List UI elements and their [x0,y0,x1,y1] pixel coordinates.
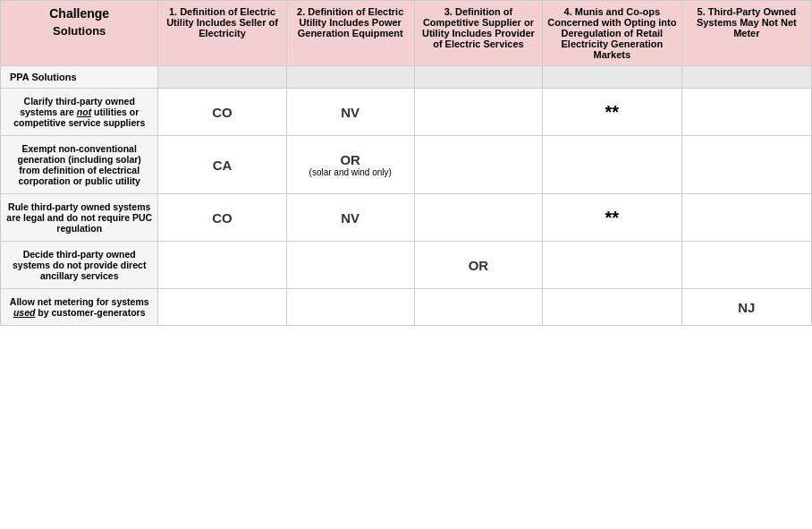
row4-col3: OR [414,242,542,289]
row4-col1 [158,242,286,289]
col2-header: 2. Definition of Electric Utility Includ… [286,1,414,66]
solutions-label: Solutions [4,24,154,38]
ppa-section-label: PPA Solutions [1,66,158,89]
row5-col4 [543,289,682,326]
solution-label-4: Decide third-party owned systems do not … [1,242,158,289]
ppa-col3-empty [414,66,542,89]
solution-label-5: Allow net metering for systems used by c… [1,289,158,326]
row3-col2: NV [286,194,414,242]
col4-header: 4. Munis and Co-ops Concerned with Optin… [543,1,682,66]
col3-header: 3. Definition of Competitive Supplier or… [414,1,542,66]
table-row: Exempt non-conventional generation (incl… [1,136,812,194]
row2-col1: CA [158,136,286,194]
row4-col5 [681,242,811,289]
row3-col3 [414,194,542,242]
col1-header: 1. Definition of Electric Utility Includ… [158,1,286,66]
col5-header: 5. Third-Party Owned Systems May Not Net… [681,1,811,66]
table-row: Decide third-party owned systems do not … [1,242,812,289]
ppa-col2-empty [286,66,414,89]
ppa-col1-empty [158,66,286,89]
ppa-col4-empty [543,66,682,89]
row1-col3 [414,89,542,136]
solution-label-2: Exempt non-conventional generation (incl… [1,136,158,194]
row1-col2: NV [286,89,414,136]
row3-col5 [681,194,811,242]
row4-col2 [286,242,414,289]
row1-col1: CO [158,89,286,136]
solution-label-1: Clarify third-party owned systems are no… [1,89,158,136]
table-row: Allow net metering for systems used by c… [1,289,812,326]
row2-col5 [681,136,811,194]
ppa-section-row: PPA Solutions [1,66,812,89]
challenge-label: Challenge [4,6,154,21]
row3-col1: CO [158,194,286,242]
row5-col1 [158,289,286,326]
row3-col4: ** [543,194,682,242]
row1-col5 [681,89,811,136]
row2-col3 [414,136,542,194]
row5-col2 [286,289,414,326]
row2-col4 [543,136,682,194]
row5-col5: NJ [681,289,811,326]
row1-col4: ** [543,89,682,136]
row5-col3 [414,289,542,326]
ppa-col5-empty [681,66,811,89]
table-row: Clarify third-party owned systems are no… [1,89,812,136]
table-row: Rule third-party owned systems are legal… [1,194,812,242]
row2-col2: OR (solar and wind only) [286,136,414,194]
row4-col4 [543,242,682,289]
challenge-solutions-header: Challenge Solutions [1,1,158,66]
solution-label-3: Rule third-party owned systems are legal… [1,194,158,242]
